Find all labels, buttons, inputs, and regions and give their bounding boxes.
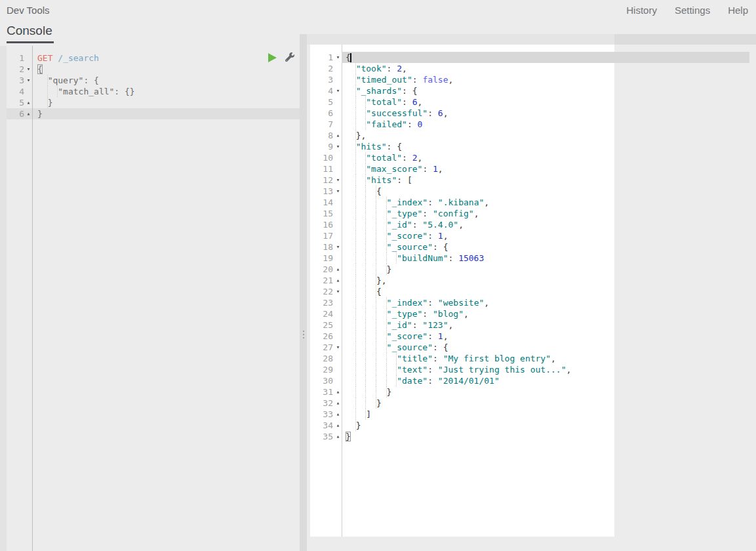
- line-gutter: 8▴: [310, 130, 342, 141]
- line-gutter: 1▾: [310, 52, 342, 63]
- indent-guide: [366, 342, 376, 353]
- code-token: : {: [387, 142, 402, 152]
- fold-open-icon[interactable]: ▾: [334, 286, 342, 297]
- indent-guide: [346, 409, 356, 420]
- indent-guide: [356, 375, 367, 386]
- code-token: "_shards": [356, 86, 402, 96]
- panel-resizer[interactable]: [300, 34, 307, 551]
- code-token: ,: [443, 231, 448, 241]
- line-gutter: 29: [310, 364, 342, 375]
- code-content: "_index": "website",: [342, 297, 749, 308]
- nav-link-history[interactable]: History: [626, 5, 657, 16]
- indent-guide: [356, 264, 367, 275]
- code-token: "_index": [387, 197, 428, 207]
- line-gutter: 11: [310, 163, 342, 174]
- line-gutter: 2: [310, 63, 342, 74]
- fold-open-icon[interactable]: ▾: [334, 342, 342, 353]
- code-token: ,: [402, 64, 407, 73]
- fold-close-icon[interactable]: ▴: [334, 275, 342, 286]
- line-number: 19: [323, 253, 333, 263]
- indent-guide: [366, 197, 376, 208]
- line-gutter: 24: [310, 308, 342, 319]
- code-token: "_source": [387, 342, 433, 352]
- line-number: 17: [323, 231, 333, 241]
- fold-open-icon[interactable]: ▾: [334, 174, 342, 186]
- line-number: 2: [328, 64, 333, 73]
- code-content: }: [342, 386, 749, 398]
- indent-guide: [346, 319, 356, 331]
- indent-guide: [366, 286, 376, 297]
- code-line: 1GET /_search: [7, 52, 300, 64]
- code-line: 30"date": "2014/01/01": [310, 375, 749, 386]
- fold-close-icon[interactable]: ▴: [334, 409, 342, 420]
- request-settings-button[interactable]: [285, 52, 295, 62]
- line-number: 8: [328, 131, 333, 140]
- code-content: "failed": 0: [342, 119, 749, 130]
- indent-guide: [356, 241, 367, 253]
- fold-close-icon[interactable]: ▴: [334, 420, 342, 431]
- fold-close-icon[interactable]: ▴: [334, 398, 342, 409]
- code-content: },: [342, 130, 749, 141]
- indent-guide: [346, 96, 356, 108]
- fold-open-icon[interactable]: ▾: [334, 85, 342, 96]
- nav-link-help[interactable]: Help: [728, 5, 748, 16]
- indent-guide: [356, 342, 367, 353]
- code-content: GET /_search: [32, 52, 300, 64]
- fold-open-icon[interactable]: ▾: [334, 52, 342, 63]
- request-editor[interactable]: 1GET /_search2▾{3▾"query": {4"match_all"…: [7, 46, 300, 551]
- code-line: 5▴}: [7, 97, 300, 108]
- code-token: ,: [448, 75, 454, 85]
- code-token: }: [387, 387, 392, 397]
- fold-close-icon[interactable]: ▴: [25, 108, 32, 119]
- indent-guide: [366, 386, 376, 398]
- code-token: 2: [397, 64, 402, 73]
- fold-open-icon[interactable]: ▾: [334, 241, 342, 253]
- indent-guide: [356, 197, 367, 208]
- indent-guide: [356, 398, 367, 409]
- line-gutter: 13▾: [310, 186, 342, 197]
- indent-guide: [356, 253, 367, 264]
- line-number: 33: [323, 409, 333, 419]
- code-token: }: [356, 420, 361, 430]
- fold-open-icon[interactable]: ▾: [25, 64, 32, 75]
- code-token: }: [48, 98, 53, 108]
- line-number: 9: [328, 142, 333, 152]
- code-content: "_index": ".kibana",: [342, 197, 749, 208]
- fold-open-icon[interactable]: ▾: [334, 141, 342, 152]
- indent-guide: [346, 74, 356, 85]
- fold-close-icon[interactable]: ▴: [334, 264, 342, 275]
- fold-open-icon[interactable]: ▾: [25, 75, 32, 86]
- indent-guide: [366, 253, 376, 264]
- fold-close-icon[interactable]: ▴: [25, 97, 32, 108]
- code-token: "query": {: [48, 75, 99, 85]
- code-line: 25"_id": "123",: [310, 319, 749, 331]
- code-line: 23"_index": "website",: [310, 297, 749, 308]
- indent-guide: [356, 230, 367, 241]
- indent-guide: [346, 297, 356, 308]
- line-gutter: 5: [310, 96, 342, 108]
- code-line: 31▴}: [310, 386, 749, 398]
- code-token: :: [412, 220, 423, 230]
- line-number: 4: [328, 86, 333, 96]
- top-nav: Dev Tools HistorySettingsHelp: [0, 0, 756, 20]
- fold-close-icon[interactable]: ▴: [334, 386, 342, 398]
- line-number: 30: [323, 376, 333, 386]
- line-number: 13: [323, 186, 333, 196]
- tab-console[interactable]: Console: [7, 20, 54, 43]
- response-editor[interactable]: 1▾{2"took": 2,3"timed_out": false,4▾"_sh…: [310, 52, 749, 442]
- nav-link-settings[interactable]: Settings: [675, 5, 710, 16]
- line-gutter: 1: [7, 52, 32, 64]
- send-request-button play-triangle-icon[interactable]: [268, 53, 277, 62]
- code-content: "_shards": {: [342, 85, 749, 96]
- fold-open-icon[interactable]: ▾: [334, 186, 342, 197]
- indent-guide: [376, 297, 387, 308]
- indent-guide: [346, 286, 356, 297]
- code-line: 5"total": 6,: [310, 96, 749, 108]
- code-line: 6▴}: [7, 108, 300, 119]
- code-content: "match_all": {}: [32, 86, 300, 97]
- fold-close-icon[interactable]: ▴: [334, 431, 342, 442]
- fold-close-icon[interactable]: ▴: [334, 130, 342, 141]
- indent-guide: [346, 141, 356, 152]
- indent-guide: [356, 275, 367, 286]
- indent-guide: [346, 342, 356, 353]
